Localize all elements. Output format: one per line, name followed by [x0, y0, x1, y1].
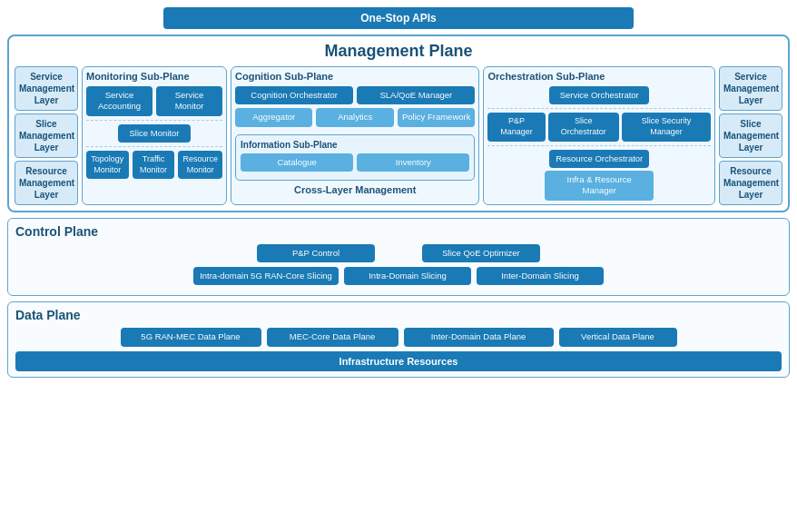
right-resource-label: Resource Management Layer — [719, 161, 782, 205]
left-labels: Service Management Layer Slice Managemen… — [15, 66, 78, 205]
sla-manager: SLA/QoE Manager — [357, 86, 475, 104]
monitoring-subplane: Monitoring Sub-Plane Service Accounting … — [82, 66, 227, 205]
cognition-title: Cognition Sub-Plane — [235, 71, 475, 82]
aggregator: Aggregator — [235, 108, 312, 126]
cognition-orchestrator: Cognition Orchestrator — [235, 86, 353, 104]
analytics: Analytics — [316, 108, 393, 126]
service-accounting: Service Accounting — [86, 86, 153, 116]
left-slice-label: Slice Management Layer — [15, 113, 78, 158]
control-plane-title: Control Plane — [15, 224, 782, 239]
infra-resources: Infrastructure Resources — [15, 351, 782, 371]
monitoring-title: Monitoring Sub-Plane — [86, 71, 222, 82]
infra-resource-manager: Infra & Resource Manager — [545, 171, 654, 201]
left-resource-label: Resource Management Layer — [15, 161, 78, 205]
control-plane: Control Plane P&P Control Slice QoE Opti… — [7, 218, 790, 297]
data-plane: Data Plane 5G RAN-MEC Data Plane MEC-Cor… — [7, 301, 790, 377]
service-orchestrator: Service Orchestrator — [549, 86, 649, 104]
inventory: Inventory — [357, 153, 469, 172]
orchestration-subplane: Orchestration Sub-Plane Service Orchestr… — [483, 66, 715, 205]
mec-core-data-plane: MEC-Core Data Plane — [267, 328, 398, 346]
right-labels: Service Management Layer Slice Managemen… — [719, 66, 782, 205]
cognition-subplane: Cognition Sub-Plane Cognition Orchestrat… — [231, 66, 479, 205]
management-plane: Management Plane Service Management Laye… — [7, 34, 790, 212]
orchestration-title: Orchestration Sub-Plane — [487, 71, 711, 82]
vertical-data-plane: Vertical Data Plane — [559, 328, 677, 346]
pp-manager: P&P Manager — [487, 113, 545, 141]
right-slice-label: Slice Management Layer — [719, 113, 782, 158]
catalogue: Catalogue — [241, 153, 353, 172]
management-plane-title: Management Plane — [15, 42, 782, 61]
data-plane-title: Data Plane — [15, 308, 782, 322]
slice-security-manager: Slice Security Manager — [622, 113, 711, 141]
ran-mec-data-plane: 5G RAN-MEC Data Plane — [121, 328, 261, 346]
inter-domain-data-plane: Inter-Domain Data Plane — [404, 328, 554, 346]
traffic-monitor: Traffic Monitor — [133, 151, 175, 179]
resource-orchestrator: Resource Orchestrator — [549, 150, 649, 168]
policy-framework: Policy Framework — [398, 108, 475, 126]
left-service-label: Service Management Layer — [15, 66, 78, 111]
topology-monitor: Topology Monitor — [86, 151, 129, 179]
service-monitor: Service Monitor — [156, 86, 222, 116]
slice-orchestrator: Slice Orchestrator — [548, 113, 619, 141]
information-subplane: Information Sub-Plane Catalogue Inventor… — [235, 134, 475, 181]
pp-control: P&P Control — [257, 244, 375, 262]
slice-monitor: Slice Monitor — [118, 124, 191, 143]
one-stop-apis-bar: One-Stop APIs — [163, 7, 633, 29]
inter-domain-slicing: Inter-Domain Slicing — [477, 267, 604, 285]
intra-domain-5g: Intra-domain 5G RAN-Core Slicing — [193, 267, 339, 285]
intra-domain-slicing: Intra-Domain Slicing — [344, 267, 471, 285]
cross-layer-label: Cross-Layer Management — [235, 184, 475, 195]
info-subplane-title: Information Sub-Plane — [241, 140, 469, 150]
right-service-label: Service Management Layer — [719, 66, 782, 111]
resource-monitor: Resource Monitor — [178, 151, 222, 179]
slice-qoe-optimizer: Slice QoE Optimizer — [422, 244, 540, 262]
